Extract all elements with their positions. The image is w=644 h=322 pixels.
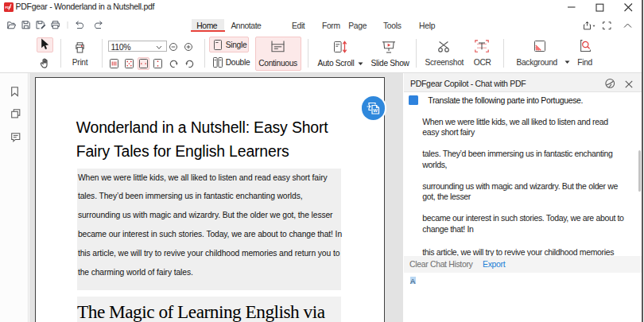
- svg-text:W: W: [373, 108, 378, 113]
- svg-text:PDF: PDF: [6, 6, 12, 9]
